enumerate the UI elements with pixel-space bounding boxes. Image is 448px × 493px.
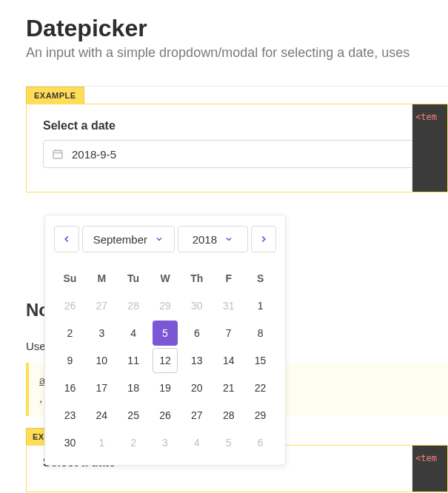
month-select[interactable]: September (82, 226, 175, 252)
calendar-day[interactable]: 17 (86, 374, 118, 401)
datepicker-header: September 2018 (54, 226, 276, 252)
calendar-day[interactable]: 9 (54, 346, 86, 374)
calendar-day-number: 18 (127, 382, 139, 394)
day-header: M (86, 264, 118, 292)
calendar-day[interactable]: 12 (150, 346, 181, 374)
calendar-day-number: 26 (64, 300, 76, 312)
example-badge: EXAMPLE (26, 87, 84, 104)
calendar-day-number: 2 (130, 437, 136, 449)
calendar-day[interactable]: 28 (118, 292, 150, 319)
calendar-day-number: 4 (194, 437, 200, 449)
calendar-week-row: 30123456 (54, 429, 276, 456)
calendar-day-number: 29 (255, 409, 267, 421)
calendar-day[interactable]: 19 (150, 374, 181, 401)
calendar-grid: SuMTuWThFS 26272829303112345678910111213… (54, 264, 276, 456)
calendar-day-number: 19 (159, 382, 171, 394)
calendar-day[interactable]: 6 (181, 319, 213, 346)
year-select[interactable]: 2018 (178, 226, 248, 252)
calendar-day[interactable]: 3 (86, 319, 118, 346)
calendar-day-number: 14 (223, 355, 235, 366)
year-label: 2018 (193, 233, 217, 246)
calendar-day-number: 9 (67, 355, 73, 366)
calendar-day-number: 20 (191, 382, 203, 394)
calendar-day[interactable]: 18 (118, 374, 150, 401)
chevron-right-icon (258, 234, 269, 244)
calendar-day[interactable]: 1 (86, 429, 118, 456)
calendar-day[interactable]: 11 (118, 346, 150, 374)
calendar-day-number: 13 (191, 355, 203, 366)
calendar-day-number: 22 (255, 382, 267, 394)
calendar-day-number: 23 (64, 409, 76, 421)
day-header: Tu (118, 264, 150, 292)
calendar-day-number: 5 (226, 437, 232, 449)
calendar-day[interactable]: 29 (244, 401, 276, 429)
calendar-week-row: 2627282930311 (54, 292, 276, 319)
month-label: September (93, 233, 147, 246)
date-input[interactable] (72, 148, 423, 161)
example-box: Select a date <tem (26, 104, 448, 192)
calendar-header-row: SuMTuWThFS (54, 264, 276, 292)
calendar-day[interactable]: 29 (150, 292, 181, 319)
calendar-day[interactable]: 15 (244, 346, 276, 374)
calendar-day[interactable]: 31 (213, 292, 244, 319)
calendar-day[interactable]: 8 (244, 319, 276, 346)
calendar-day-number: 3 (162, 437, 168, 449)
field-label: Select a date (43, 119, 431, 133)
calendar-day[interactable]: 4 (118, 319, 150, 346)
calendar-day-number: 27 (96, 300, 108, 312)
calendar-day-number: 4 (130, 327, 136, 339)
calendar-day[interactable]: 28 (213, 401, 244, 429)
calendar-week-row: 23242526272829 (54, 401, 276, 429)
calendar-day[interactable]: 20 (181, 374, 213, 401)
calendar-day-number: 31 (223, 300, 235, 312)
calendar-day-number: 1 (258, 300, 264, 312)
calendar-day-number: 7 (226, 327, 232, 339)
calendar-day[interactable]: 21 (213, 374, 244, 401)
calendar-day-number: 28 (127, 300, 139, 312)
calendar-day[interactable]: 1 (244, 292, 276, 319)
calendar-week-row: 2345678 (54, 319, 276, 346)
day-header: F (213, 264, 244, 292)
calendar-day[interactable]: 10 (86, 346, 118, 374)
calendar-day[interactable]: 30 (54, 429, 86, 456)
calendar-day-number: 26 (159, 409, 171, 421)
calendar-day[interactable]: 14 (213, 346, 244, 374)
calendar-day[interactable]: 23 (54, 401, 86, 429)
calendar-day[interactable]: 24 (86, 401, 118, 429)
calendar-day[interactable]: 7 (213, 319, 244, 346)
calendar-day[interactable]: 5 (213, 429, 244, 456)
prev-month-button[interactable] (54, 226, 79, 252)
calendar-day[interactable]: 27 (86, 292, 118, 319)
calendar-day-number: 30 (191, 300, 203, 312)
calendar-day-number: 30 (64, 437, 76, 449)
calendar-day-number: 3 (98, 327, 104, 339)
next-month-button[interactable] (251, 226, 276, 252)
calendar-day-number: 12 (153, 348, 178, 373)
calendar-day-number: 6 (258, 437, 264, 449)
calendar-day[interactable]: 27 (181, 401, 213, 429)
code-panel-2: <tem (412, 446, 447, 492)
calendar-day[interactable]: 2 (54, 319, 86, 346)
calendar-day[interactable]: 26 (54, 292, 86, 319)
calendar-day[interactable]: 25 (118, 401, 150, 429)
calendar-day[interactable]: 5 (150, 319, 181, 346)
date-input-wrap[interactable] (43, 140, 431, 168)
calendar-day-number: 11 (127, 355, 139, 366)
calendar-day[interactable]: 2 (118, 429, 150, 456)
code-snippet-2: <tem (415, 453, 437, 463)
calendar-day-number: 24 (96, 409, 108, 421)
calendar-day-number: 28 (223, 409, 235, 421)
calendar-week-row: 16171819202122 (54, 374, 276, 401)
calendar-day[interactable]: 6 (244, 429, 276, 456)
calendar-day-number: 17 (96, 382, 108, 394)
calendar-day[interactable]: 3 (150, 429, 181, 456)
code-snippet: <tem (415, 112, 437, 122)
day-header: Su (54, 264, 86, 292)
calendar-day[interactable]: 22 (244, 374, 276, 401)
calendar-week-row: 9101112131415 (54, 346, 276, 374)
calendar-day[interactable]: 4 (181, 429, 213, 456)
calendar-day[interactable]: 13 (181, 346, 213, 374)
calendar-day[interactable]: 26 (150, 401, 181, 429)
calendar-day[interactable]: 30 (181, 292, 213, 319)
calendar-day[interactable]: 16 (54, 374, 86, 401)
